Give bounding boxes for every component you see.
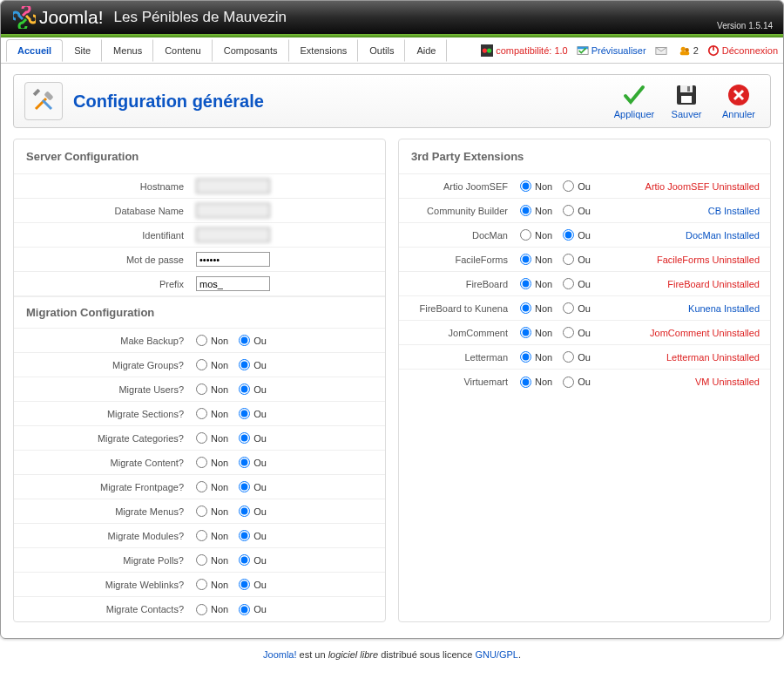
save-icon xyxy=(674,83,699,107)
radio-non[interactable] xyxy=(196,554,207,566)
ext-status: Artio JoomSEF Uninstalled xyxy=(645,181,770,192)
apply-button[interactable]: Appliquer xyxy=(613,83,655,119)
radio-non[interactable] xyxy=(196,335,207,346)
radio-non[interactable] xyxy=(520,327,531,338)
ext-row: FacileFormsNonOuFacileForms Uninstalled xyxy=(399,248,770,272)
radio-ou[interactable] xyxy=(563,254,574,265)
menu-aide[interactable]: Aide xyxy=(405,39,447,62)
migration-row: Migrate Content?NonOu xyxy=(14,451,385,475)
radio-ou[interactable] xyxy=(239,408,250,419)
svg-rect-18 xyxy=(687,86,690,92)
radio-non[interactable] xyxy=(196,359,207,370)
prefix-input[interactable] xyxy=(196,276,270,291)
radio-ou[interactable] xyxy=(563,229,574,241)
ext-title: 3rd Party Extensions xyxy=(399,139,770,174)
radio-non[interactable] xyxy=(196,457,207,468)
radio-ou[interactable] xyxy=(563,351,574,363)
migration-row: Migrate Groups?NonOu xyxy=(14,353,385,377)
radio-ou[interactable] xyxy=(239,579,250,590)
radio-non[interactable] xyxy=(196,432,207,444)
migration-row: Migrate Contacts?NonOu xyxy=(14,597,385,621)
menu-extensions[interactable]: Extensions xyxy=(289,39,359,62)
mail-link[interactable] xyxy=(655,44,670,57)
radio-non[interactable] xyxy=(520,278,531,289)
radio-ou[interactable] xyxy=(563,327,574,338)
dbname-input[interactable] xyxy=(196,203,270,218)
menu-accueil[interactable]: Accueil xyxy=(6,39,63,62)
dbname-row: Database Name xyxy=(14,199,385,223)
radio-ou[interactable] xyxy=(239,383,250,395)
header-bar: Joomla! Les Pénibles de Mauvezin Version… xyxy=(1,1,783,34)
main-menu: Accueil Site Menus Contenu Composants Ex… xyxy=(1,37,783,64)
svg-point-1 xyxy=(483,48,487,52)
migration-row: Migrate Menus?NonOu xyxy=(14,499,385,524)
ext-status: JomComment Uninstalled xyxy=(650,328,770,338)
ext-status: VM Uninstalled xyxy=(695,377,770,387)
footer-gpl-link[interactable]: GNU/GPL xyxy=(475,649,518,660)
radio-non[interactable] xyxy=(196,506,207,517)
menu-menus[interactable]: Menus xyxy=(102,39,153,62)
radio-non[interactable] xyxy=(196,383,207,395)
radio-non[interactable] xyxy=(520,351,531,363)
radio-non[interactable] xyxy=(196,481,207,492)
compat-link[interactable]: compatibilité: 1.0 xyxy=(481,44,568,57)
radio-ou[interactable] xyxy=(563,278,574,289)
migration-row: Migrate Frontpage?NonOu xyxy=(14,475,385,499)
radio-ou[interactable] xyxy=(239,335,250,346)
radio-ou[interactable] xyxy=(239,530,250,541)
ext-status: FacileForms Uninstalled xyxy=(657,254,770,265)
radio-non[interactable] xyxy=(520,254,531,265)
user-input[interactable] xyxy=(196,227,270,242)
menu-contenu[interactable]: Contenu xyxy=(153,39,213,62)
ext-row: LettermanNonOuLetterman Uninstalled xyxy=(399,345,770,370)
save-button[interactable]: Sauver xyxy=(666,83,707,119)
ext-status: FireBoard Uninstalled xyxy=(667,279,770,289)
hostname-input[interactable] xyxy=(196,179,270,193)
ext-row: DocManNonOuDocMan Installed xyxy=(399,223,770,248)
radio-ou[interactable] xyxy=(239,432,250,444)
svg-point-2 xyxy=(487,48,491,52)
radio-ou[interactable] xyxy=(239,359,250,370)
users-link[interactable]: 2 xyxy=(679,44,699,57)
users-icon xyxy=(679,44,691,57)
radio-ou[interactable] xyxy=(239,554,250,566)
radio-ou[interactable] xyxy=(563,205,574,216)
migration-row: Migrate Users?NonOu xyxy=(14,377,385,402)
pass-input[interactable] xyxy=(196,252,270,267)
radio-ou[interactable] xyxy=(563,180,574,192)
radio-ou[interactable] xyxy=(239,604,250,615)
ext-status: CB Installed xyxy=(708,206,770,216)
radio-non[interactable] xyxy=(196,408,207,419)
ext-row: VirtuemartNonOuVM Uninstalled xyxy=(399,370,770,394)
svg-point-7 xyxy=(685,47,688,51)
logout-link[interactable]: Déconnexion xyxy=(707,44,778,57)
ext-row: FireBoardNonOuFireBoard Uninstalled xyxy=(399,272,770,296)
cancel-button[interactable]: Annuler xyxy=(718,83,760,119)
menu-site[interactable]: Site xyxy=(63,39,102,62)
ext-row: Community BuilderNonOuCB Installed xyxy=(399,199,770,223)
radio-non[interactable] xyxy=(196,530,207,541)
migration-row: Migrate Sections?NonOu xyxy=(14,402,385,426)
menu-composants[interactable]: Composants xyxy=(213,39,289,62)
mail-icon xyxy=(655,44,667,57)
footer-joomla-link[interactable]: Joomla! xyxy=(263,649,297,660)
radio-ou[interactable] xyxy=(563,377,574,388)
radio-non[interactable] xyxy=(520,377,531,388)
radio-non[interactable] xyxy=(520,302,531,314)
radio-non[interactable] xyxy=(520,180,531,192)
svg-point-6 xyxy=(680,46,685,51)
menu-outils[interactable]: Outils xyxy=(358,39,405,62)
joomla-logo-icon xyxy=(13,6,36,29)
radio-non[interactable] xyxy=(196,604,207,615)
radio-non[interactable] xyxy=(520,205,531,216)
preview-link[interactable]: Prévisualiser xyxy=(577,44,646,57)
radio-ou[interactable] xyxy=(239,481,250,492)
radio-ou[interactable] xyxy=(563,302,574,314)
config-icon xyxy=(24,82,63,120)
svg-rect-8 xyxy=(679,51,689,54)
radio-ou[interactable] xyxy=(239,506,250,517)
radio-non[interactable] xyxy=(520,229,531,241)
radio-non[interactable] xyxy=(196,579,207,590)
radio-ou[interactable] xyxy=(239,457,250,468)
page-header: Configuration générale Appliquer Sauver … xyxy=(13,74,771,128)
